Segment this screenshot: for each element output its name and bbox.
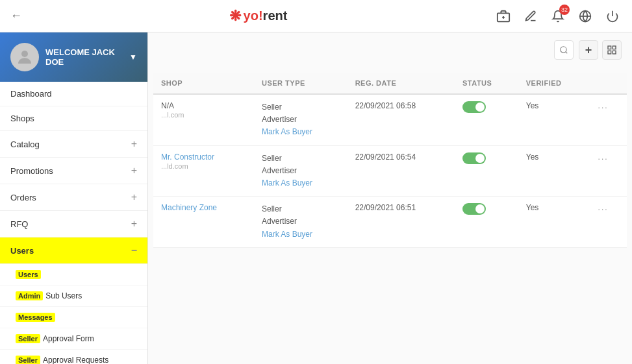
sidebar-item-label: Users: [10, 246, 34, 256]
svg-rect-11: [608, 51, 611, 54]
dropdown-arrow[interactable]: ▼: [129, 53, 137, 62]
welcome-text: WELCOME JACK DOE: [45, 47, 123, 67]
reg-date: 22/09/2021 06:51: [355, 203, 416, 212]
sidebar-item-label: Dashboard: [10, 89, 52, 99]
reg-date-cell: 22/09/2021 06:54: [348, 145, 455, 197]
user-section: WELCOME JACK DOE ▼: [0, 32, 147, 82]
store-icon[interactable]: [494, 7, 512, 25]
sidebar-item-label: Shops: [10, 114, 34, 123]
shop-email: ...l.com: [161, 111, 184, 119]
verified-cell: Yes: [518, 94, 590, 145]
svg-rect-10: [613, 46, 616, 49]
user-type-cell: Seller Advertiser Mark As Buyer: [254, 197, 348, 248]
verified-value: Yes: [526, 152, 539, 162]
notification-count: 32: [559, 5, 570, 15]
data-table: SHOP USER TYPE REG. DATE STATUS VERIFIED…: [153, 73, 627, 248]
bell-icon[interactable]: 32: [549, 7, 567, 25]
shop-name-link[interactable]: Machinery Zone: [161, 203, 217, 212]
content-header: +: [148, 32, 632, 67]
sidebar-item-dashboard[interactable]: Dashboard: [0, 82, 147, 106]
badge-seller-form: Seller: [16, 334, 40, 343]
shop-name: N/A: [161, 101, 174, 110]
sidebar-item-label: RFQ: [10, 219, 28, 229]
user-type: Seller Advertiser Mark As Buyer: [262, 101, 340, 139]
verified-cell: Yes: [518, 197, 590, 248]
col-status: STATUS: [455, 73, 518, 94]
submenu-messages[interactable]: Messages: [0, 307, 147, 328]
user-type: Seller Advertiser Mark As Buyer: [262, 152, 340, 190]
main-content: + SHOP USER TYPE REG. DATE STATUS VERIFI…: [148, 32, 632, 364]
user-type-cell: Seller Advertiser Mark As Buyer: [254, 94, 348, 145]
badge-admin: Admin: [16, 291, 43, 300]
rfq-expand-icon[interactable]: +: [131, 218, 137, 230]
avatar: [10, 43, 39, 71]
submenu-admin-sub-users[interactable]: Admin Sub Users: [0, 285, 147, 307]
action-buttons: +: [579, 40, 622, 60]
sidebar-item-label: Catalog: [10, 140, 40, 149]
more-options-button[interactable]: ...: [598, 101, 609, 110]
globe-icon[interactable]: [576, 7, 594, 25]
more-cell: ...: [590, 197, 627, 248]
more-cell: ...: [590, 94, 627, 145]
edit-icon[interactable]: [522, 7, 540, 25]
search-button[interactable]: [554, 40, 574, 60]
users-submenu: Users Admin Sub Users Messages Seller Ap…: [0, 264, 147, 364]
submenu-seller-approval-requests[interactable]: Seller Approval Requests: [0, 350, 147, 364]
sidebar-item-users[interactable]: Users −: [0, 237, 147, 264]
svg-point-6: [21, 51, 28, 57]
col-shop: SHOP: [153, 73, 254, 94]
table-row: N/A ...l.com Seller Advertiser Mark As B…: [153, 94, 627, 145]
shop-cell: Mr. Constructor ...ld.com: [153, 145, 254, 197]
sidebar-item-promotions[interactable]: Promotions +: [0, 158, 147, 184]
logo: ❋ yo!rent: [229, 8, 288, 25]
sidebar-item-catalog[interactable]: Catalog +: [0, 131, 147, 158]
sidebar-item-label: Promotions: [10, 166, 53, 176]
users-collapse-icon[interactable]: −: [131, 245, 137, 256]
reg-date: 22/09/2021 06:58: [355, 101, 416, 110]
user-type: Seller Advertiser Mark As Buyer: [262, 203, 340, 241]
sidebar-item-orders[interactable]: Orders +: [0, 184, 147, 211]
grid-button[interactable]: [602, 40, 622, 60]
col-actions: [590, 73, 627, 94]
col-user-type: USER TYPE: [254, 73, 348, 94]
status-toggle[interactable]: [462, 203, 486, 215]
svg-line-8: [566, 52, 568, 54]
status-toggle[interactable]: [462, 101, 486, 113]
submenu-seller-approval-form[interactable]: Seller Approval Form: [0, 328, 147, 350]
more-options-button[interactable]: ...: [598, 152, 609, 162]
sidebar-item-shops[interactable]: Shops: [0, 106, 147, 131]
table-header-row: SHOP USER TYPE REG. DATE STATUS VERIFIED: [153, 73, 627, 94]
badge-seller-requests: Seller: [16, 356, 40, 364]
more-cell: ...: [590, 145, 627, 197]
submenu-admin-label: Sub Users: [45, 291, 82, 300]
reg-date-cell: 22/09/2021 06:58: [348, 94, 455, 145]
status-toggle[interactable]: [462, 152, 486, 164]
sidebar-item-label: Orders: [10, 193, 36, 202]
sidebar-item-rfq[interactable]: RFQ +: [0, 211, 147, 237]
shop-cell: Machinery Zone: [153, 197, 254, 248]
table-row: Mr. Constructor ...ld.com Seller Adverti…: [153, 145, 627, 197]
status-cell: [455, 197, 518, 248]
submenu-seller-form-label: Approval Form: [43, 334, 94, 343]
shop-name-link[interactable]: Mr. Constructor: [161, 152, 214, 162]
badge-messages: Messages: [16, 313, 55, 322]
orders-expand-icon[interactable]: +: [131, 191, 137, 203]
mark-as-buyer-link[interactable]: Mark As Buyer: [262, 230, 312, 239]
back-button[interactable]: ←: [10, 9, 22, 23]
user-type-cell: Seller Advertiser Mark As Buyer: [254, 145, 348, 197]
reg-date-cell: 22/09/2021 06:51: [348, 197, 455, 248]
add-icon: +: [585, 43, 592, 57]
promotions-expand-icon[interactable]: +: [131, 165, 137, 176]
submenu-users[interactable]: Users: [0, 264, 147, 285]
main-layout: WELCOME JACK DOE ▼ Dashboard Shops Catal…: [0, 32, 632, 364]
reg-date: 22/09/2021 06:54: [355, 152, 416, 162]
more-options-button[interactable]: ...: [598, 203, 609, 212]
power-icon[interactable]: [603, 7, 622, 25]
add-button[interactable]: +: [579, 40, 598, 60]
mark-as-buyer-link[interactable]: Mark As Buyer: [262, 178, 312, 188]
shop-email: ...ld.com: [161, 162, 188, 170]
col-verified: VERIFIED: [518, 73, 590, 94]
mark-as-buyer-link[interactable]: Mark As Buyer: [262, 127, 312, 136]
catalog-expand-icon[interactable]: +: [131, 138, 137, 150]
header-icons: 32: [494, 7, 622, 25]
